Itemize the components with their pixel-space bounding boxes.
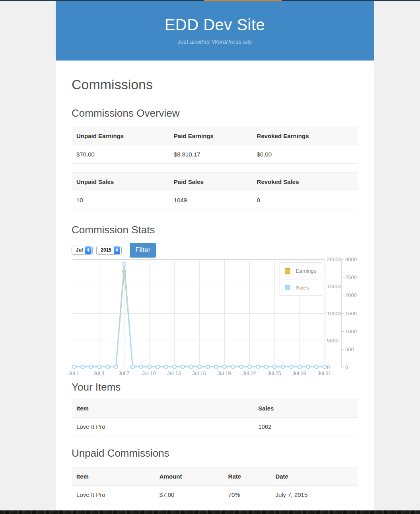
col-header: Item [72, 467, 155, 485]
right-axis-tick: 1500 [345, 310, 357, 317]
table-row: $70,00 $8.810,17 $0,00 [72, 145, 358, 163]
x-axis-tick: Jul 31 [317, 370, 331, 376]
earnings-overview-table: Unpaid Earnings Paid Earnings Revoked Ea… [72, 127, 358, 164]
stepper-up-icon [116, 248, 118, 250]
x-axis-tick: Jul 1 [68, 370, 79, 376]
earnings-swatch-icon [285, 268, 290, 274]
x-axis-tick: Jul 4 [93, 370, 104, 376]
stepper-down-icon [87, 250, 89, 252]
table-row: 10 1049 0 [72, 191, 358, 209]
site-title[interactable]: EDD Dev Site [56, 1, 374, 34]
select-stepper-icon [85, 246, 91, 254]
right-axis-tick: 500 [345, 346, 354, 353]
commission-date: July 7, 2015 [270, 485, 358, 504]
stepper-down-icon [116, 250, 118, 252]
right-axis-tickmark [341, 259, 344, 260]
right-axis-tick: 2500 [345, 274, 357, 281]
col-header: Sales [253, 399, 358, 418]
right-axis-tickmark [341, 331, 344, 332]
site-tagline: Just another WordPress site [56, 38, 374, 45]
paid-earnings-value: $8.810,17 [169, 145, 252, 163]
sales-swatch-icon [285, 285, 290, 290]
table-row: Love It Pro $7,00 70% July 7, 2015 [72, 485, 358, 504]
chart-legend: Earnings Sales [280, 262, 322, 296]
right-axis-tick: 2000 [345, 292, 357, 299]
legend-item-sales: Sales [280, 279, 322, 295]
x-axis-tick: Jul 13 [167, 370, 181, 376]
x-axis-tick: Jul 22 [242, 370, 256, 376]
page-title: Commissions [72, 76, 358, 93]
top-accent-bar [0, 0, 420, 1]
site-header: EDD Dev Site Just another WordPress site [56, 1, 374, 61]
month-select-value: Jul [76, 247, 85, 253]
select-stepper-icon [114, 246, 120, 254]
sales-overview-table: Unpaid Sales Paid Sales Revoked Sales 10… [72, 172, 358, 209]
x-axis-tick: Jul 10 [142, 370, 156, 376]
table-header-row: Unpaid Earnings Paid Earnings Revoked Ea… [72, 127, 358, 145]
page-column: EDD Dev Site Just another WordPress site… [56, 1, 374, 514]
commission-item: Love It Pro [72, 485, 155, 504]
left-axis-tick: 0 [327, 364, 342, 371]
table-header-row: Unpaid Sales Paid Sales Revoked Sales [72, 172, 358, 191]
item-name: Love It Pro [72, 418, 253, 436]
col-header: Unpaid Earnings [72, 127, 169, 145]
col-header: Date [270, 467, 358, 485]
stats-heading: Commission Stats [72, 224, 358, 236]
col-header: Paid Earnings [169, 127, 252, 145]
right-axis-tickmark [341, 349, 344, 350]
unpaid-sales-value: 10 [72, 191, 169, 209]
stepper-up-icon [87, 248, 89, 250]
col-header: Revoked Sales [252, 172, 358, 191]
x-axis-tick: Jul 28 [292, 370, 306, 376]
your-items-heading: Your Items [72, 381, 358, 393]
x-axis-tick: Jul 19 [217, 370, 231, 376]
overview-heading: Commissions Overview [72, 107, 358, 119]
footer-image-strip [0, 510, 420, 514]
col-header: Paid Sales [169, 172, 252, 191]
commission-rate: 70% [224, 485, 271, 504]
paid-sales-value: 1049 [169, 191, 252, 209]
x-axis-tick: Jul 16 [192, 370, 206, 376]
unpaid-commissions-table: Item Amount Rate Date Love It Pro $7,00 … [72, 467, 358, 514]
year-select-value: 2015 [101, 247, 114, 253]
col-header: Amount [155, 467, 224, 485]
left-axis-tick: 5000 [327, 337, 342, 344]
left-axis-tick: 15000 [327, 283, 342, 290]
commission-amount: $7,00 [155, 485, 224, 504]
left-axis-tick: 20000 [327, 256, 342, 263]
left-axis-tick: 10000 [327, 310, 342, 317]
right-axis-tickmark [341, 313, 344, 314]
right-axis-tickmark [341, 277, 344, 278]
revoked-sales-value: 0 [252, 191, 358, 209]
your-items-table: Item Sales Love It Pro 1062 [72, 399, 358, 436]
table-row: Love It Pro 1062 [72, 418, 358, 436]
x-axis-tick: Jul 7 [119, 370, 129, 376]
legend-item-earnings: Earnings [280, 263, 322, 279]
table-header-row: Item Sales [72, 399, 358, 418]
right-axis-tick: 1000 [345, 328, 357, 335]
commission-stats-chart: 20000 15000 10000 5000 0 3000 2500 2000 … [72, 258, 358, 378]
top-accent-orange-segment [204, 0, 282, 1]
filter-button[interactable]: Filter [130, 243, 156, 258]
col-header: Item [72, 399, 253, 418]
legend-label: Earnings [296, 268, 316, 274]
revoked-earnings-value: $0,00 [252, 145, 358, 163]
right-axis-tickmark [341, 367, 344, 367]
year-select[interactable]: 2015 [96, 246, 122, 255]
right-axis-tick: 0 [345, 364, 348, 371]
col-header: Revoked Earnings [252, 127, 358, 145]
table-header-row: Item Amount Rate Date [72, 467, 358, 485]
right-axis-tick: 3000 [345, 256, 357, 263]
right-axis-tickmark [341, 295, 344, 295]
month-select[interactable]: Jul [72, 246, 93, 255]
col-header: Rate [224, 467, 271, 485]
unpaid-earnings-value: $70,00 [72, 145, 169, 163]
item-sales: 1062 [253, 418, 358, 436]
x-axis-tick: Jul 25 [267, 370, 281, 376]
legend-label: Sales [296, 285, 309, 291]
main-content: Commissions Commissions Overview Unpaid … [56, 76, 374, 514]
stats-filter-row: Jul 2015 Filter [72, 242, 358, 258]
col-header: Unpaid Sales [72, 172, 169, 191]
unpaid-commissions-heading: Unpaid Commissions [72, 447, 358, 459]
